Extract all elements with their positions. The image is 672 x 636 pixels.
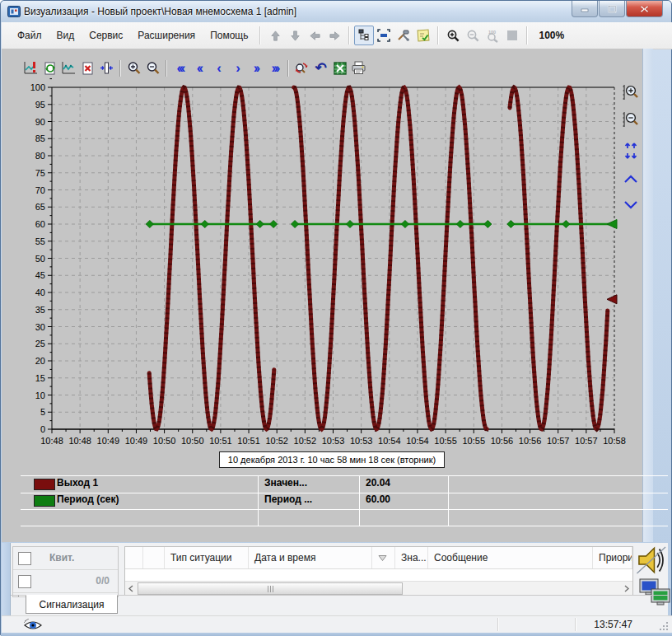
chart-zoom-in-icon[interactable]: [124, 58, 143, 77]
nav-up-icon[interactable]: [265, 26, 285, 45]
title-bar[interactable]: Визуализация - Новый проект\Новая мнемос…: [1, 1, 671, 22]
menu-item-0[interactable]: Файл: [17, 30, 42, 41]
app-icon: [7, 5, 21, 18]
menu-item-2[interactable]: Сервис: [89, 30, 123, 41]
cursor-time-caption: 10 декабря 2013 г. 10 час 58 мин 18 сек …: [219, 451, 445, 468]
chart-toolbar: ‹‹‹ ‹‹ ‹ › ›› ››› ↶: [21, 58, 368, 77]
fit-horizontal-icon[interactable]: [97, 58, 116, 77]
alarm-column-Тип ситуации[interactable]: Тип ситуации: [165, 547, 249, 568]
sound-button[interactable]: [635, 543, 670, 581]
scroll-far-right-icon[interactable]: ›››: [265, 58, 284, 77]
legend-gridline: [359, 475, 360, 526]
refresh-icon[interactable]: [40, 58, 59, 77]
ack-header: Квит.: [49, 552, 74, 564]
legend-gridline: [21, 509, 668, 510]
delete-report-icon[interactable]: [78, 58, 97, 77]
scroll-right-icon[interactable]: ›: [227, 58, 246, 77]
legend-swatch: [34, 495, 55, 507]
minimize-button[interactable]: [572, 1, 598, 17]
legend-gridline: [21, 526, 668, 526]
tools-icon[interactable]: [394, 26, 413, 45]
zoom-in-icon[interactable]: [443, 26, 463, 45]
zoom-level-label: 100%: [539, 30, 564, 41]
zoom-rect-icon[interactable]: [502, 26, 522, 45]
alarm-column-Приори[interactable]: Приори: [593, 547, 632, 568]
scroll-right-arrow[interactable]: [623, 585, 630, 592]
status-divider: [497, 618, 499, 631]
ack-checkbox[interactable]: [18, 552, 31, 565]
undo-zoom-icon[interactable]: ↶: [311, 58, 330, 77]
legend-gridline: [448, 475, 449, 526]
separator: [259, 26, 261, 44]
status-bar: 13:57:47: [2, 615, 672, 634]
vertical-zoom-in-icon[interactable]: [622, 83, 640, 105]
legend-name[interactable]: Выход 1: [57, 477, 98, 489]
tab-signaling[interactable]: Сигнализация: [26, 595, 118, 614]
alarm-table[interactable]: Тип ситуацииДата и времяЗна...СообщениеП…: [124, 546, 633, 596]
legend-table[interactable]: Выход 1Значен...20.04Период (сек)Период …: [21, 475, 668, 526]
alarm-column-0[interactable]: [125, 547, 143, 568]
vertical-zoom-out-icon[interactable]: [622, 110, 640, 132]
window-border: [1, 633, 672, 636]
checklist-icon[interactable]: [413, 26, 433, 45]
legend-value[interactable]: 60.00: [366, 493, 390, 505]
export-excel-icon[interactable]: [330, 58, 349, 77]
chart-zoom-out-icon[interactable]: [143, 58, 162, 77]
fit-window-icon[interactable]: [374, 26, 394, 45]
alarm-column-4[interactable]: [372, 547, 395, 568]
alarm-column-1[interactable]: [143, 547, 165, 568]
zoom-100-icon[interactable]: 100: [483, 26, 502, 45]
scroll-left-icon[interactable]: ‹: [208, 58, 227, 77]
scroll-up-icon[interactable]: [623, 173, 639, 188]
legend-name[interactable]: Период (сек): [57, 493, 119, 505]
legend-gridline: [258, 475, 259, 526]
scroll-fast-right-icon[interactable]: ››: [246, 58, 265, 77]
nav-back-icon[interactable]: [305, 26, 324, 45]
scroll-down-icon[interactable]: [623, 199, 639, 213]
eye-icon: [23, 619, 43, 632]
scroll-far-left-icon[interactable]: ‹‹‹: [170, 58, 189, 77]
expand-vertical-icon[interactable]: [623, 141, 639, 164]
separator: [348, 26, 350, 44]
nav-down-icon[interactable]: [285, 26, 305, 45]
trend-properties-icon[interactable]: [21, 58, 40, 77]
nav-forward-icon[interactable]: [324, 26, 344, 45]
legend-param[interactable]: Значен...: [264, 477, 307, 489]
print-icon[interactable]: [349, 58, 368, 77]
trend-plot-area[interactable]: [52, 87, 614, 429]
scroll-fast-left-icon[interactable]: ‹‹: [189, 58, 208, 77]
scrollbar-thumb[interactable]: [138, 582, 403, 595]
alarm-column-Дата и время[interactable]: Дата и время: [249, 547, 372, 568]
ack-counter: 0/0: [96, 575, 110, 587]
project-tree-icon[interactable]: [354, 26, 374, 45]
scroll-left-arrow[interactable]: [128, 585, 134, 592]
vertical-axis-toolbar: [620, 83, 642, 213]
menu-item-4[interactable]: Помощь: [210, 30, 248, 41]
close-button[interactable]: [626, 1, 663, 17]
alarm-column-Зна...[interactable]: Зна...: [395, 547, 428, 568]
alarm-panel: Квит. 0/0 0/0 Тип ситуацииДата и времяЗн…: [11, 543, 668, 615]
alarm-hscrollbar[interactable]: [125, 581, 632, 596]
alarm-column-Сообщение[interactable]: Сообщение: [428, 547, 593, 568]
separator: [287, 60, 289, 77]
menu-item-1[interactable]: Вид: [57, 30, 75, 41]
menu-item-3[interactable]: Расширения: [138, 30, 195, 41]
ack-checkbox[interactable]: [18, 575, 31, 588]
ack-panel: Квит. 0/0 0/0: [12, 546, 119, 597]
window-title: Визуализация - Новый проект\Новая мнемос…: [24, 6, 296, 17]
zoom-out-icon[interactable]: [463, 26, 483, 45]
sort-icon[interactable]: [378, 554, 387, 562]
legend-value[interactable]: 20.04: [366, 477, 390, 489]
clock: 13:57:47: [594, 619, 632, 630]
panel-splitter[interactable]: [2, 543, 11, 615]
resize-grip[interactable]: [659, 621, 669, 631]
separator: [119, 60, 121, 77]
auto-update-icon[interactable]: [292, 58, 311, 77]
separator: [437, 26, 439, 44]
separator: [166, 60, 167, 77]
status-divider: [575, 618, 576, 631]
legend-param[interactable]: Период ...: [264, 493, 312, 505]
vertical-scrollbar[interactable]: [642, 49, 653, 542]
maximize-button[interactable]: [599, 1, 625, 17]
curves-icon[interactable]: [59, 58, 78, 77]
